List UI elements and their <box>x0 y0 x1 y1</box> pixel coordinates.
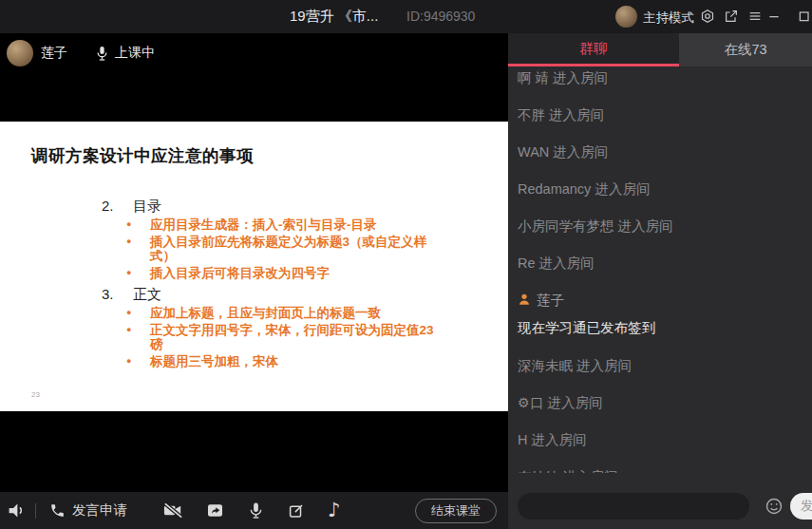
outline-bullet: ● 标题用三号加粗，宋体 <box>126 354 508 368</box>
outline-bullet: ● 应用目录生成器：插入-索引与目录-目录 <box>126 217 508 232</box>
slide-title: 调研方案设计中应注意的事项 <box>31 144 254 167</box>
screen-share-icon[interactable] <box>206 501 224 520</box>
chat-input-bar: 发送 <box>508 484 812 529</box>
join-message: ⚙口 进入房间 <box>518 394 803 431</box>
outline-bullet: ● 正文文字用四号字，宋体，行间距可设为固定值23磅 <box>126 323 508 351</box>
outline-section-heading: 3. 正文 <box>102 286 508 303</box>
join-message: WAN 进入房间 <box>518 143 803 180</box>
join-message: Re 进入房间 <box>518 255 803 292</box>
room-id: ID:9496930 <box>406 9 475 24</box>
join-message: 小房同学有梦想 进入房间 <box>518 217 803 255</box>
minimize-icon[interactable] <box>766 9 782 24</box>
host-mode-label: 主持模式 <box>643 9 694 27</box>
bullet-dot: ● <box>126 323 150 351</box>
music-icon[interactable]: ♪ <box>328 501 340 520</box>
open-external-icon[interactable] <box>724 9 739 24</box>
chat-tabs: 群聊 在线73 <box>508 33 812 66</box>
chat-message-list[interactable]: 啊 靖 进入房间 不胖 进入房间 WAN 进入房间 Redamancy 进入房间… <box>518 66 803 473</box>
bullet-dot: ● <box>126 235 150 263</box>
tab-online-count[interactable]: 在线73 <box>679 33 812 66</box>
slide-outline: 2. 目录 ● 应用目录生成器：插入-索引与目录-目录 ● 插入目录前应先将标题… <box>0 198 508 371</box>
title-bar: 19营升 《市... ID:9496930 主持模式 <box>0 0 812 33</box>
edit-icon[interactable] <box>288 502 305 520</box>
presenter-info: 莲子 上课中 <box>7 40 155 66</box>
join-message: Redamancy 进入房间 <box>518 180 803 217</box>
mic-icon[interactable] <box>247 501 265 520</box>
microphone-icon <box>96 46 108 62</box>
outline-section-heading: 2. 目录 <box>102 198 508 215</box>
join-message: 布娃娃 进入房间 <box>518 468 803 473</box>
join-message: H 进入房间 <box>518 431 803 468</box>
presenter-name: 莲子 <box>41 45 67 62</box>
emoji-icon[interactable] <box>765 497 784 516</box>
toolbar-divider <box>35 503 36 519</box>
outline-heading-label: 正文 <box>133 286 161 303</box>
outline-heading-label: 目录 <box>133 198 161 215</box>
outline-number: 3. <box>102 286 133 303</box>
presenter-avatar <box>7 40 33 66</box>
settings-icon[interactable] <box>700 9 715 24</box>
join-message: 深海未眠 进入房间 <box>518 357 803 394</box>
speak-request-label[interactable]: 发言申请 <box>72 501 127 520</box>
chat-panel: 群聊 在线73 啊 靖 进入房间 不胖 进入房间 WAN 进入房间 Redama… <box>508 33 812 529</box>
maximize-icon[interactable] <box>797 9 812 24</box>
tab-group-chat[interactable]: 群聊 <box>508 33 679 66</box>
bullet-dot: ● <box>126 217 150 232</box>
menu-icon[interactable] <box>747 9 763 24</box>
control-toolbar: 发言申请 <box>0 492 508 529</box>
outline-bullet: ● 应加上标题，且应与封面页上的标题一致 <box>126 306 508 320</box>
bullet-dot: ● <box>126 354 150 368</box>
bullet-dot: ● <box>126 266 150 280</box>
chat-input[interactable] <box>518 493 749 520</box>
host-message-text: 现在学习通已发布签到 <box>518 319 803 357</box>
slide-content: 调研方案设计中应注意的事项 2. 目录 ● 应用目录生成器：插入-索引与目录-目… <box>0 122 508 411</box>
speak-request-phone-icon[interactable] <box>49 502 66 519</box>
outline-bullet: ● 插入目录前应先将标题定义为标题3（或自定义样式） <box>126 235 508 263</box>
host-message-sender: 莲子 <box>518 292 803 319</box>
send-button[interactable]: 发送 <box>790 493 812 520</box>
outline-number: 2. <box>102 198 133 215</box>
video-stage: 莲子 上课中 调研方案设计中应注意的事项 2. 目录 ● <box>0 33 508 492</box>
app-window: 19营升 《市... ID:9496930 主持模式 <box>0 0 812 529</box>
slide-page-number: 23 <box>31 390 40 399</box>
end-class-button[interactable]: 结束课堂 <box>415 499 497 523</box>
host-avatar <box>615 6 637 28</box>
speaker-icon[interactable] <box>7 501 27 520</box>
host-sender-name: 莲子 <box>537 292 564 310</box>
camera-off-icon[interactable] <box>162 500 184 521</box>
join-message: 不胖 进入房间 <box>518 106 803 143</box>
class-status-label: 上课中 <box>115 45 155 62</box>
bullet-dot: ● <box>126 306 150 320</box>
join-message: 啊 靖 进入房间 <box>518 69 803 106</box>
room-title: 19营升 《市... <box>290 8 378 26</box>
outline-bullet: ● 插入目录后可将目录改为四号字 <box>126 266 508 280</box>
host-person-icon <box>518 293 531 307</box>
